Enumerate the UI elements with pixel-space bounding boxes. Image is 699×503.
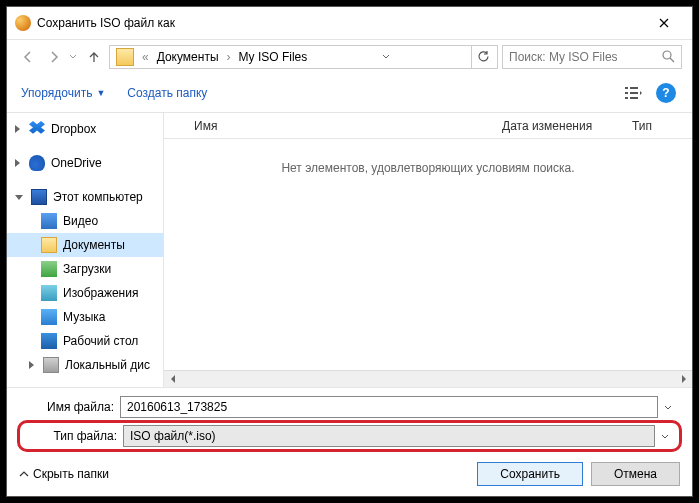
nav-forward-button[interactable] bbox=[43, 46, 65, 68]
toolbar: Упорядочить ▼ Создать папку ? bbox=[7, 73, 692, 113]
chevron-right-icon: › bbox=[223, 50, 235, 64]
file-list-pane: Имя Дата изменения Тип Нет элементов, уд… bbox=[164, 113, 692, 387]
column-type[interactable]: Тип bbox=[622, 113, 692, 138]
filetype-select[interactable]: ISO файл(*.iso) bbox=[123, 425, 655, 447]
chevron-down-icon bbox=[661, 434, 669, 439]
folder-tree: Dropbox OneDrive Этот компьютер Видео До… bbox=[7, 113, 164, 387]
sidebar-item-onedrive[interactable]: OneDrive bbox=[7, 151, 163, 175]
triangle-left-icon bbox=[170, 375, 176, 383]
filename-row: Имя файла: bbox=[19, 396, 680, 418]
organize-label: Упорядочить bbox=[21, 86, 92, 100]
chevron-up-icon bbox=[19, 471, 29, 477]
hide-folders-link[interactable]: Скрыть папки bbox=[19, 467, 109, 481]
svg-rect-2 bbox=[630, 87, 638, 89]
chevron-down-icon: ▼ bbox=[96, 88, 105, 98]
filetype-dropdown[interactable] bbox=[661, 434, 677, 439]
view-options-button[interactable] bbox=[622, 81, 646, 105]
arrow-up-icon bbox=[87, 50, 101, 64]
svg-rect-6 bbox=[630, 97, 638, 99]
disk-icon bbox=[43, 357, 59, 373]
button-row: Скрыть папки Сохранить Отмена bbox=[19, 462, 680, 486]
video-icon bbox=[41, 213, 57, 229]
desktop-icon bbox=[41, 333, 57, 349]
svg-rect-5 bbox=[625, 97, 628, 99]
filetype-highlight: Тип файла: ISO файл(*.iso) bbox=[17, 420, 682, 452]
svg-rect-4 bbox=[630, 92, 638, 94]
horizontal-scrollbar[interactable] bbox=[164, 370, 692, 387]
filetype-label: Тип файла: bbox=[22, 429, 117, 443]
downloads-icon bbox=[41, 261, 57, 277]
nav-up-button[interactable] bbox=[83, 46, 105, 68]
titlebar: Сохранить ISO файл как bbox=[7, 7, 692, 39]
svg-point-0 bbox=[663, 51, 671, 59]
address-dropdown[interactable] bbox=[382, 54, 400, 59]
close-button[interactable] bbox=[644, 11, 684, 35]
dropbox-icon bbox=[29, 121, 45, 137]
onedrive-icon bbox=[29, 155, 45, 171]
search-input[interactable] bbox=[509, 50, 662, 64]
documents-icon bbox=[41, 237, 57, 253]
view-list-icon bbox=[625, 86, 643, 100]
filetype-value: ISO файл(*.iso) bbox=[130, 429, 216, 443]
scroll-left-button[interactable] bbox=[164, 371, 181, 388]
chevron-down-icon bbox=[664, 405, 672, 410]
breadcrumb-seg-current[interactable]: My ISO Files bbox=[235, 50, 312, 64]
save-as-dialog: Сохранить ISO файл как « Документы › My … bbox=[6, 6, 693, 497]
sidebar-item-downloads[interactable]: Загрузки bbox=[7, 257, 163, 281]
filename-input[interactable] bbox=[120, 396, 658, 418]
refresh-button[interactable] bbox=[471, 46, 495, 68]
hide-folders-label: Скрыть папки bbox=[33, 467, 109, 481]
triangle-right-icon bbox=[681, 375, 687, 383]
organize-button[interactable]: Упорядочить ▼ bbox=[21, 86, 105, 100]
sidebar-item-desktop[interactable]: Рабочий стол bbox=[7, 329, 163, 353]
search-icon bbox=[662, 50, 675, 63]
breadcrumb-seg-documents[interactable]: Документы bbox=[153, 50, 223, 64]
search-box[interactable] bbox=[502, 45, 682, 69]
sidebar-item-video[interactable]: Видео bbox=[7, 209, 163, 233]
new-folder-label: Создать папку bbox=[127, 86, 207, 100]
arrow-left-icon bbox=[21, 50, 35, 64]
nav-back-button[interactable] bbox=[17, 46, 39, 68]
sidebar-item-this-pc[interactable]: Этот компьютер bbox=[7, 185, 163, 209]
nav-history-dropdown[interactable] bbox=[69, 54, 79, 59]
arrow-right-icon bbox=[47, 50, 61, 64]
column-headers: Имя Дата изменения Тип bbox=[164, 113, 692, 139]
address-bar[interactable]: « Документы › My ISO Files bbox=[109, 45, 498, 69]
pc-icon bbox=[31, 189, 47, 205]
filename-dropdown[interactable] bbox=[664, 405, 680, 410]
sidebar-item-documents[interactable]: Документы bbox=[7, 233, 163, 257]
help-icon: ? bbox=[656, 83, 676, 103]
refresh-icon bbox=[477, 50, 490, 63]
app-icon bbox=[15, 15, 31, 31]
help-button[interactable]: ? bbox=[654, 81, 678, 105]
filetype-row: Тип файла: ISO файл(*.iso) bbox=[22, 425, 677, 447]
folder-icon bbox=[116, 48, 134, 66]
breadcrumb-ellipsis: « bbox=[138, 50, 153, 64]
nav-bar: « Документы › My ISO Files bbox=[7, 39, 692, 73]
close-icon bbox=[659, 18, 669, 28]
sidebar-item-localdisk[interactable]: Локальный дис bbox=[7, 353, 163, 377]
column-date[interactable]: Дата изменения bbox=[492, 113, 622, 138]
new-folder-button[interactable]: Создать папку bbox=[127, 86, 207, 100]
scroll-right-button[interactable] bbox=[675, 371, 692, 388]
svg-rect-3 bbox=[625, 92, 628, 94]
footer: Имя файла: Тип файла: ISO файл(*.iso) Ск… bbox=[7, 387, 692, 496]
svg-rect-1 bbox=[625, 87, 628, 89]
empty-message: Нет элементов, удовлетворяющих условиям … bbox=[164, 139, 692, 370]
music-icon bbox=[41, 309, 57, 325]
sidebar-item-dropbox[interactable]: Dropbox bbox=[7, 117, 163, 141]
dialog-title: Сохранить ISO файл как bbox=[37, 16, 644, 30]
chevron-down-icon bbox=[382, 54, 390, 59]
images-icon bbox=[41, 285, 57, 301]
cancel-button[interactable]: Отмена bbox=[591, 462, 680, 486]
column-name[interactable]: Имя bbox=[164, 113, 492, 138]
filename-label: Имя файла: bbox=[19, 400, 114, 414]
sidebar-item-images[interactable]: Изображения bbox=[7, 281, 163, 305]
sidebar-item-music[interactable]: Музыка bbox=[7, 305, 163, 329]
chevron-down-icon bbox=[69, 54, 77, 59]
save-button[interactable]: Сохранить bbox=[477, 462, 583, 486]
dialog-body: Dropbox OneDrive Этот компьютер Видео До… bbox=[7, 113, 692, 387]
